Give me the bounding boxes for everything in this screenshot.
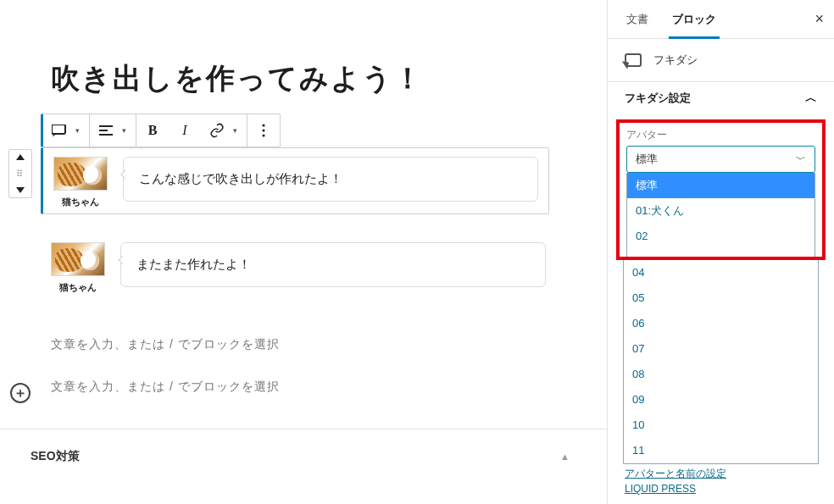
chevron-up-icon: ︿	[805, 91, 817, 106]
sidebar-links: アバターと名前の設定 LIQUID PRESS	[608, 464, 834, 498]
chevron-down-icon[interactable]: ▾	[233, 126, 247, 135]
dropdown-option[interactable]: 03	[627, 249, 815, 260]
block-name-label: フキダシ	[653, 53, 698, 68]
speech-bubble[interactable]: こんな感じで吹き出しが作れたよ！	[123, 157, 538, 202]
avatar-dropdown: 標準 01:犬くん 02 03	[626, 173, 815, 260]
svg-point-6	[262, 134, 264, 136]
divider	[0, 429, 607, 429]
paragraph-placeholder[interactable]: 文章を入力、または / でブロックを選択	[51, 337, 546, 352]
seo-panel-title: SEO対策	[31, 449, 80, 464]
dropdown-option[interactable]: 標準	[627, 173, 815, 198]
chevron-down-icon: ﹀	[796, 152, 806, 167]
close-sidebar-button[interactable]: ×	[815, 10, 824, 28]
italic-button[interactable]: I	[169, 114, 201, 147]
avatar-dropdown-continued: 04 05 06 07 08 09 10 11	[623, 260, 819, 464]
link-button[interactable]	[201, 114, 233, 147]
panel-fukidashi-settings[interactable]: フキダシ設定 ︿	[608, 81, 834, 114]
dropdown-option[interactable]: 05	[624, 285, 818, 311]
move-down-button[interactable]	[9, 182, 31, 197]
block-toolbar: ▾ ▾ B I ▾	[41, 114, 281, 147]
speech-block-selected[interactable]: 猫ちゃん こんな感じで吹き出しが作れたよ！	[41, 147, 549, 214]
default-block-appender[interactable]: 文章を入力、または / でブロックを選択	[51, 379, 546, 395]
tab-block[interactable]: ブロック	[669, 0, 720, 39]
block-mover: ⠿	[8, 149, 32, 198]
tab-document[interactable]: 文書	[623, 0, 652, 39]
dropdown-option[interactable]: 06	[624, 311, 818, 336]
svg-point-5	[262, 129, 264, 131]
link-liquid-press[interactable]: LIQUID PRESS	[625, 481, 817, 496]
dropdown-option[interactable]: 10	[624, 413, 818, 438]
settings-sidebar: 文書 ブロック × フキダシ フキダシ設定 ︿ アバター 標準 ﹀ 標準 01:…	[607, 0, 834, 504]
align-button[interactable]	[90, 114, 122, 147]
dropdown-option[interactable]: 11	[624, 438, 818, 463]
speech-block[interactable]: 猫ちゃん またまた作れたよ！	[51, 242, 546, 294]
dropdown-option[interactable]: 08	[624, 362, 818, 387]
svg-point-4	[262, 124, 264, 126]
dropdown-option[interactable]: 07	[624, 336, 818, 362]
block-type-button[interactable]	[43, 114, 75, 147]
chevron-down-icon[interactable]: ▾	[75, 126, 89, 135]
avatar-select-value: 標準	[636, 152, 658, 167]
speech-block-icon	[625, 53, 642, 67]
highlight-annotation: アバター 標準 ﹀ 標準 01:犬くん 02 03	[616, 119, 826, 260]
avatar[interactable]: 猫ちゃん	[51, 242, 105, 294]
dropdown-option[interactable]: 01:犬くん	[627, 198, 815, 224]
more-options-button[interactable]	[247, 114, 280, 147]
panel-title: フキダシ設定	[625, 91, 691, 106]
chevron-down-icon[interactable]: ▾	[122, 126, 136, 135]
triangle-up-icon: ▲	[560, 451, 570, 462]
avatar-field-label: アバター	[626, 128, 815, 142]
link-avatar-settings[interactable]: アバターと名前の設定	[625, 466, 817, 481]
avatar-image	[53, 157, 108, 191]
avatar-select[interactable]: 標準 ﹀	[626, 146, 815, 173]
speech-bubble[interactable]: またまた作れたよ！	[120, 242, 546, 287]
editor-canvas: 吹き出しを作ってみよう！ ⠿ ▾ ▾ B I	[0, 0, 607, 504]
dropdown-option[interactable]: 04	[624, 260, 818, 285]
drag-handle-icon[interactable]: ⠿	[16, 165, 25, 182]
move-up-button[interactable]	[9, 150, 31, 165]
dropdown-option[interactable]: 09	[624, 387, 818, 413]
svg-rect-0	[52, 125, 65, 134]
block-card: フキダシ	[608, 39, 834, 81]
avatar-name: 猫ちゃん	[53, 196, 108, 208]
sidebar-tabs: 文書 ブロック ×	[608, 0, 834, 39]
avatar-image	[51, 242, 105, 276]
add-block-button[interactable]: ＋	[10, 383, 31, 403]
avatar[interactable]: 猫ちゃん	[53, 157, 108, 208]
bold-button[interactable]: B	[136, 114, 169, 147]
post-title[interactable]: 吹き出しを作ってみよう！	[51, 59, 607, 98]
dropdown-option[interactable]: 02	[627, 224, 815, 249]
avatar-name: 猫ちゃん	[51, 281, 105, 294]
seo-panel-toggle[interactable]: SEO対策 ▲	[31, 449, 570, 464]
